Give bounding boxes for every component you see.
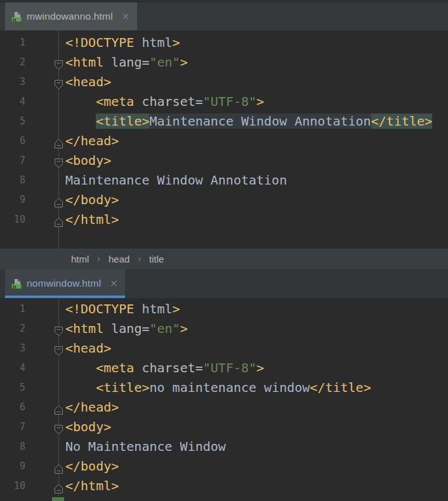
code-line[interactable]: 9</body> [0,457,448,476]
fold-end-icon[interactable] [54,402,63,413]
line-number[interactable]: 1 [0,33,25,53]
line-number[interactable]: 10 [0,210,25,230]
tab-nomwindow-html[interactable]: H nomwindow.html ✕ [5,269,125,298]
editor-pane-top[interactable]: 1<!DOCTYPE html>2<html lang="en">3<head>… [0,30,448,249]
line-number[interactable]: 3 [0,339,25,358]
code-line[interactable]: 6</head> [0,398,448,417]
fold-gutter [25,299,65,319]
code-line[interactable]: 5 <title>no maintenance window</title> [0,378,448,398]
fold-end-icon[interactable] [54,481,63,491]
code-line[interactable]: 2<html lang="en"> [0,53,448,72]
line-number[interactable]: 8 [0,171,25,190]
fold-gutter [25,417,65,437]
code-line[interactable]: 5 <title>Maintenance Window Annotation</… [0,112,448,131]
line-number[interactable]: 1 [0,299,25,319]
fold-gutter [25,319,65,339]
code-text: Maintenance Window Annotation [65,171,287,190]
line-number[interactable]: 3 [0,72,25,92]
fold-start-icon[interactable] [54,155,63,166]
editor-pane-bottom[interactable]: 1<!DOCTYPE html>2<html lang="en">3<head>… [0,298,448,501]
breadcrumb-item-html[interactable]: html [71,254,89,264]
line-number[interactable]: 7 [0,151,25,171]
fold-gutter [25,190,65,210]
code-line[interactable]: 9</body> [0,190,448,210]
code-text: No Maintenance Window [65,437,226,457]
code-line[interactable]: 2<html lang="en"> [0,319,448,339]
tab-mwindowanno-html[interactable]: H mwindowanno.html ✕ [5,3,137,30]
code-line[interactable]: 7<body> [0,151,448,171]
svg-text:H: H [13,17,16,22]
close-icon[interactable]: ✕ [122,12,129,21]
line-number[interactable]: 7 [0,417,25,437]
breadcrumb-item-head[interactable]: head [109,254,129,264]
fold-end-icon[interactable] [54,136,63,146]
code-line[interactable]: 8No Maintenance Window [0,437,448,457]
line-number[interactable]: 5 [0,112,25,131]
breadcrumb-item-title[interactable]: title [149,254,164,264]
line-number[interactable]: 6 [0,131,25,151]
ide-window: H mwindowanno.html ✕ 1<!DOCTYPE html>2<h… [0,0,448,501]
line-number[interactable]: 9 [0,457,25,476]
line-number[interactable]: 4 [0,92,25,112]
code-line[interactable]: 4 <meta charset="UTF-8"> [0,92,448,112]
fold-gutter [25,398,65,417]
line-number[interactable]: 4 [0,358,25,378]
code-text: <title>no maintenance window</title> [65,378,371,398]
fold-gutter [25,72,65,92]
fold-end-icon[interactable] [54,461,63,472]
code-text: <html lang="en"> [65,53,188,72]
html-file-icon: H [11,11,22,22]
code-line[interactable]: 1<!DOCTYPE html> [0,299,448,319]
code-line[interactable]: 10</html> [0,476,448,496]
fold-start-icon[interactable] [54,343,63,354]
line-number[interactable]: 5 [0,378,25,398]
code-text: <head> [65,72,111,92]
code-line[interactable]: 6</head> [0,131,448,151]
fold-gutter [25,151,65,171]
code-text: <body> [65,417,111,437]
fold-start-icon[interactable] [54,323,63,334]
code-text: </head> [65,398,119,417]
tab-label: nomwindow.html [27,278,101,289]
code-text: <meta charset="UTF-8"> [65,92,264,112]
fold-gutter [25,112,65,131]
fold-start-icon[interactable] [54,57,63,68]
line-number[interactable]: 2 [0,319,25,339]
fold-gutter [25,171,65,190]
code-text: <head> [65,339,111,358]
fold-start-icon[interactable] [54,422,63,433]
fold-gutter [25,378,65,398]
editor-tab-bar-bottom: H nomwindow.html ✕ [0,269,448,298]
code-text: </html> [65,476,119,496]
line-number[interactable]: 2 [0,53,25,72]
breadcrumb-separator: › [97,254,100,264]
code-line[interactable]: 4 <meta charset="UTF-8"> [0,358,448,378]
code-line[interactable]: 1<!DOCTYPE html> [0,33,448,53]
fold-gutter [25,92,65,112]
code-line[interactable]: 3<head> [0,72,448,92]
code-line[interactable]: 8Maintenance Window Annotation [0,171,448,190]
line-number[interactable]: 9 [0,190,25,210]
fold-gutter [25,457,65,476]
code-line[interactable]: 3<head> [0,339,448,358]
fold-gutter [25,53,65,72]
line-number[interactable]: 8 [0,437,25,457]
code-text: </body> [65,190,119,210]
line-number[interactable]: 6 [0,398,25,417]
line-number[interactable]: 10 [0,476,25,496]
code-line[interactable]: 10</html> [0,210,448,230]
code-line[interactable]: 7<body> [0,417,448,437]
code-text: </html> [65,210,119,230]
fold-gutter [25,476,65,496]
fold-gutter [25,437,65,457]
fold-end-icon[interactable] [54,195,63,205]
code-text: <body> [65,151,111,171]
fold-end-icon[interactable] [54,214,63,225]
close-icon[interactable]: ✕ [110,279,117,288]
fold-start-icon[interactable] [54,77,63,88]
tab-label: mwindowanno.html [27,11,113,22]
code-text: <html lang="en"> [65,319,188,339]
code-text: <!DOCTYPE html> [65,299,180,319]
fold-gutter [25,210,65,230]
code-text: <title>Maintenance Window Annotation</ti… [65,112,432,131]
